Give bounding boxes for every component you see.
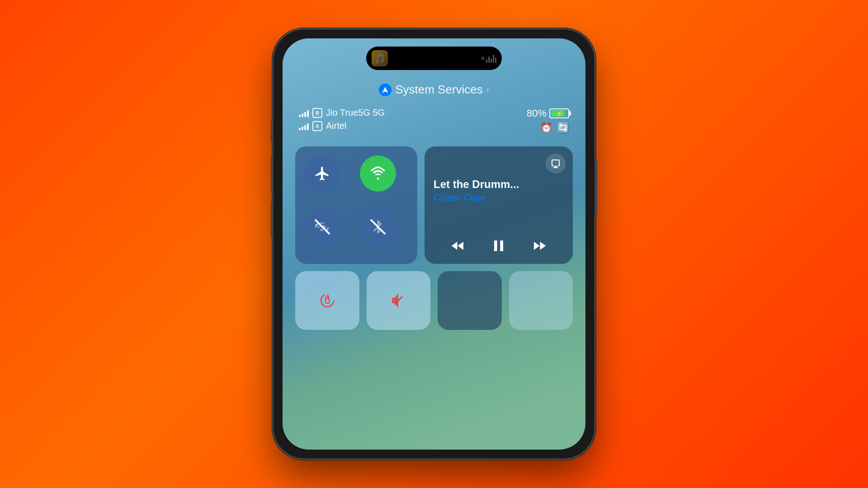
location-arrow-icon — [382, 86, 389, 94]
playback-controls — [434, 237, 564, 255]
fast-forward-icon — [531, 238, 547, 254]
carrier1-name: Jio True5G 5G — [326, 108, 385, 118]
system-services-chevron: › — [486, 85, 489, 94]
alarm-icon: ⏰ — [540, 122, 552, 134]
screen-content: System Services › B Jio True5 — [283, 78, 585, 450]
rewind-icon — [450, 238, 466, 254]
status-icons-row: ⏰ 🔄 — [540, 122, 569, 134]
wifi-calling-icon — [314, 219, 330, 235]
sig2-bar4 — [307, 123, 309, 130]
phone-screen: 🎵 — [283, 38, 585, 450]
carrier1-badge: B — [312, 108, 322, 118]
sig2-bar3 — [304, 125, 306, 130]
sig-bar1 — [299, 115, 301, 117]
status-section: B Jio True5G 5G A Airtel — [295, 108, 573, 134]
carrier-info: B Jio True5G 5G A Airtel — [299, 108, 385, 131]
system-services-label: System Services — [395, 83, 483, 97]
fast-forward-button[interactable] — [531, 238, 547, 254]
svg-rect-1 — [326, 299, 329, 303]
carrier2-name: Airtel — [326, 121, 347, 131]
wifi-calling-button[interactable] — [304, 209, 340, 245]
bottom-row — [295, 271, 573, 330]
song-title: Let the Drumm... — [434, 178, 564, 191]
control-grid: Let the Drumm... Citizen Cope — [295, 146, 573, 264]
battery-percentage: 80% — [527, 108, 547, 119]
island-right — [481, 54, 496, 63]
bluetooth-icon — [370, 219, 386, 235]
network-panel — [295, 146, 417, 264]
mute-button-control[interactable] — [367, 271, 431, 330]
song-artist: Citizen Cope — [434, 192, 564, 203]
island-left: 🎵 — [372, 50, 388, 66]
focus-button[interactable] — [438, 271, 502, 330]
carrier2-signal — [299, 122, 309, 130]
phone-frame: 🎵 — [274, 29, 594, 459]
island-camera-dot — [481, 56, 485, 60]
island-avatar: 🎵 — [372, 50, 388, 66]
location-icon — [379, 84, 392, 96]
sig-bar2 — [302, 113, 303, 117]
wifi-button[interactable] — [360, 155, 396, 192]
orientation-lock-button[interactable] — [295, 271, 359, 330]
bar4 — [493, 55, 494, 63]
bar5 — [495, 57, 496, 63]
bluetooth-button[interactable] — [360, 209, 396, 245]
carrier1-signal — [299, 109, 309, 117]
bar1 — [486, 59, 487, 63]
carrier1-row: B Jio True5G 5G — [299, 108, 385, 118]
volume-down-button[interactable] — [271, 201, 274, 237]
pause-button[interactable] — [490, 237, 508, 255]
rotation-icon: 🔄 — [557, 122, 569, 134]
sig2-bar2 — [302, 127, 303, 130]
airplane-icon — [314, 165, 330, 182]
airplane-mode-button[interactable] — [304, 155, 340, 192]
sig-bar4 — [307, 110, 309, 117]
rewind-button[interactable] — [450, 238, 466, 254]
sig-bar3 — [304, 112, 306, 117]
battery-row: 80% ⚡ — [527, 108, 569, 119]
bar2 — [488, 56, 490, 63]
mute-button[interactable] — [271, 120, 274, 142]
battery-section: 80% ⚡ ⏰ 🔄 — [527, 108, 569, 134]
power-button[interactable] — [594, 160, 597, 215]
bar3 — [491, 58, 492, 63]
music-panel: Let the Drumm... Citizen Cope — [425, 146, 573, 264]
battery-bolt-icon: ⚡ — [556, 110, 563, 117]
wifi-icon — [370, 165, 386, 182]
sig2-bar1 — [299, 128, 301, 130]
island-audio-bars — [486, 54, 496, 63]
orientation-lock-icon — [317, 291, 337, 310]
extra-button[interactable] — [509, 271, 573, 330]
system-services-row[interactable]: System Services › — [295, 83, 573, 97]
carrier2-badge: A — [312, 121, 322, 131]
dynamic-island: 🎵 — [366, 47, 502, 70]
mute-icon — [388, 291, 408, 310]
pause-icon — [490, 237, 508, 255]
volume-up-button[interactable] — [271, 156, 274, 192]
carrier2-row: A Airtel — [299, 121, 385, 131]
airplay-button[interactable] — [546, 154, 566, 174]
song-info: Let the Drumm... Citizen Cope — [434, 178, 564, 203]
airplay-icon — [550, 158, 561, 169]
battery-icon: ⚡ — [549, 108, 569, 118]
